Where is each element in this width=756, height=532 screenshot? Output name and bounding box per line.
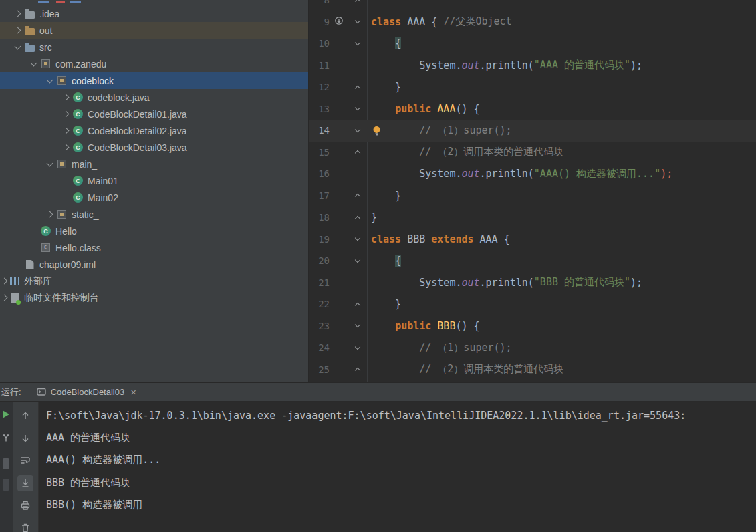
- fold-slot: [352, 76, 363, 98]
- chevron-right-icon[interactable]: [59, 139, 72, 156]
- code-line-17[interactable]: 17 }: [309, 185, 756, 207]
- stripe-toolwindow-icon[interactable]: [3, 458, 9, 469]
- console-line: BBB() 构造器被调用: [46, 494, 756, 517]
- code-line-13[interactable]: 13 public AAA() {: [309, 98, 756, 120]
- tree-item-static[interactable]: static_: [0, 206, 309, 223]
- code-line-16[interactable]: 16 System.out.println("AAA() 构造器被调用...")…: [309, 163, 756, 185]
- tree-item-main02[interactable]: CMain02: [0, 189, 309, 206]
- clipped-top-row: [0, 0, 308, 5]
- code-line-20[interactable]: 20 {: [309, 250, 756, 272]
- tree-item-main[interactable]: main_: [0, 156, 309, 172]
- code-line-9[interactable]: 9class AAA { //父类Object: [309, 11, 756, 33]
- console-output[interactable]: F:\soft\Java\jdk-17.0.3.1\bin\java.exe -…: [39, 402, 756, 532]
- tree-item-codeblock-java[interactable]: Ccodeblock.java: [0, 89, 309, 106]
- code-line-19[interactable]: 19class BBB extends AAA {: [309, 229, 756, 251]
- code-line-24[interactable]: 24 // （1）super();: [309, 337, 756, 359]
- clear-icon[interactable]: [17, 520, 33, 532]
- tree-item-codeblockdetail01-java[interactable]: CCodeBlockDetail01.java: [0, 106, 309, 122]
- tree-item-idea[interactable]: .idea: [0, 5, 309, 22]
- tree-item-src[interactable]: src: [0, 39, 309, 55]
- tree-item-scratches-and-consoles[interactable]: 临时文件和控制台: [0, 289, 309, 306]
- code-line-10[interactable]: 10 {: [309, 33, 756, 55]
- fold-end-icon[interactable]: [355, 368, 360, 373]
- code-text: class BBB extends AAA {: [371, 229, 510, 251]
- chevron-right-icon[interactable]: [43, 206, 56, 223]
- run-panel-label: 运行:: [1, 386, 21, 398]
- code-line-12[interactable]: 12 }: [309, 76, 756, 98]
- chevron-down-icon[interactable]: [11, 39, 24, 55]
- fold-expanded-icon[interactable]: [355, 235, 360, 241]
- chevron-down-icon[interactable]: [43, 72, 56, 89]
- line-number: 16: [309, 163, 330, 185]
- tree-item-com-zanedu[interactable]: com.zanedu: [0, 55, 309, 72]
- tree-item-codeblockdetail03-java[interactable]: CCodeBlockDetail03.java: [0, 139, 309, 156]
- code-text: public BBB() {: [371, 315, 480, 338]
- fold-end-icon[interactable]: [355, 303, 360, 308]
- code-line-11[interactable]: 11 System.out.println("AAA 的普通代码块");: [309, 55, 756, 77]
- fold-end-icon[interactable]: [355, 86, 360, 91]
- chevron-right-icon[interactable]: [0, 273, 9, 289]
- tree-item-label: .idea: [39, 9, 59, 19]
- fold-expanded-icon[interactable]: [355, 18, 360, 23]
- code-text: }: [371, 207, 377, 229]
- code-text: System.out.println("BBB 的普通代码块");: [371, 272, 642, 294]
- code-text: System.out.println("AAA 的普通代码块");: [371, 55, 642, 77]
- stripe-toolwindow-icon[interactable]: [3, 479, 9, 491]
- editor[interactable]: 89class AAA { //父类Object10 {11 System.ou…: [309, 0, 756, 382]
- code-line-25[interactable]: 25 // （2）调用本类的普通代码块: [309, 359, 756, 381]
- chevron-right-icon[interactable]: [59, 89, 72, 106]
- class-icon: C: [72, 192, 84, 203]
- fold-slot: [352, 33, 363, 55]
- close-icon[interactable]: ×: [130, 386, 136, 398]
- up-icon[interactable]: [17, 408, 33, 424]
- fold-expanded-icon[interactable]: [355, 344, 360, 350]
- tree-item-hello-class[interactable]: CHello.class: [0, 239, 309, 256]
- overridden-marker-icon[interactable]: [334, 16, 344, 28]
- code-line-21[interactable]: 21 System.out.println("BBB 的普通代码块");: [309, 272, 756, 294]
- chevron-right-icon[interactable]: [11, 5, 24, 22]
- code-line-8[interactable]: 8: [309, 0, 756, 11]
- tree-item-out[interactable]: out: [0, 22, 309, 39]
- code-line-23[interactable]: 23 public BBB() {: [309, 315, 756, 338]
- run-tab-codeblockdetail03[interactable]: CodeBlockDetail03 ×: [31, 383, 142, 401]
- code-line-18[interactable]: 18}: [309, 207, 756, 229]
- run-panel: F:\soft\Java\jdk-17.0.3.1\bin\java.exe -…: [0, 402, 756, 532]
- code-line-22[interactable]: 22 }: [309, 293, 756, 315]
- fold-end-icon[interactable]: [355, 150, 360, 156]
- line-number: 14: [309, 120, 330, 142]
- code-line-14[interactable]: 14 // （1）super();: [309, 120, 756, 142]
- code-line-15[interactable]: 15 // （2）调用本类的普通代码块: [309, 142, 756, 164]
- tree-item-chaptor09-iml[interactable]: chaptor09.iml: [0, 256, 309, 273]
- fold-expanded-icon[interactable]: [355, 257, 360, 263]
- console-line: AAA() 构造器被调用...: [46, 449, 756, 472]
- tree-item-main01[interactable]: CMain01: [0, 172, 309, 189]
- chevron-right-icon[interactable]: [0, 289, 9, 306]
- rerun-icon[interactable]: [1, 409, 11, 420]
- fold-expanded-icon[interactable]: [355, 105, 360, 110]
- soft-wrap-icon[interactable]: [17, 452, 33, 469]
- fork-icon[interactable]: [1, 432, 11, 443]
- chevron-down-icon[interactable]: [27, 55, 40, 72]
- fold-slot: [352, 359, 363, 381]
- tree-item-external-libraries[interactable]: 外部库: [0, 273, 309, 289]
- gutter-slot: [334, 207, 344, 229]
- scroll-to-end-icon[interactable]: [17, 475, 33, 491]
- fold-end-icon[interactable]: [355, 0, 360, 4]
- fold-end-icon[interactable]: [355, 194, 360, 199]
- tree-item-codeblock[interactable]: codeblock_: [0, 72, 309, 89]
- fold-end-icon[interactable]: [355, 216, 360, 221]
- fold-expanded-icon[interactable]: [355, 40, 360, 45]
- fold-expanded-icon[interactable]: [355, 322, 360, 327]
- chevron-right-icon[interactable]: [11, 22, 24, 39]
- chevron-right-icon[interactable]: [59, 106, 72, 122]
- chevron-right-icon[interactable]: [59, 122, 72, 139]
- tree-item-hello[interactable]: CHello: [0, 223, 309, 239]
- tree-item-codeblockdetail02-java[interactable]: CCodeBlockDetail02.java: [0, 122, 309, 139]
- chevron-down-icon[interactable]: [43, 156, 56, 172]
- print-icon[interactable]: [17, 497, 33, 513]
- class-file-icon: C: [40, 242, 51, 253]
- down-icon[interactable]: [17, 430, 33, 446]
- fold-expanded-icon[interactable]: [355, 127, 360, 132]
- console-line: F:\soft\Java\jdk-17.0.3.1\bin\java.exe -…: [46, 404, 756, 427]
- gutter-slot: [334, 250, 344, 272]
